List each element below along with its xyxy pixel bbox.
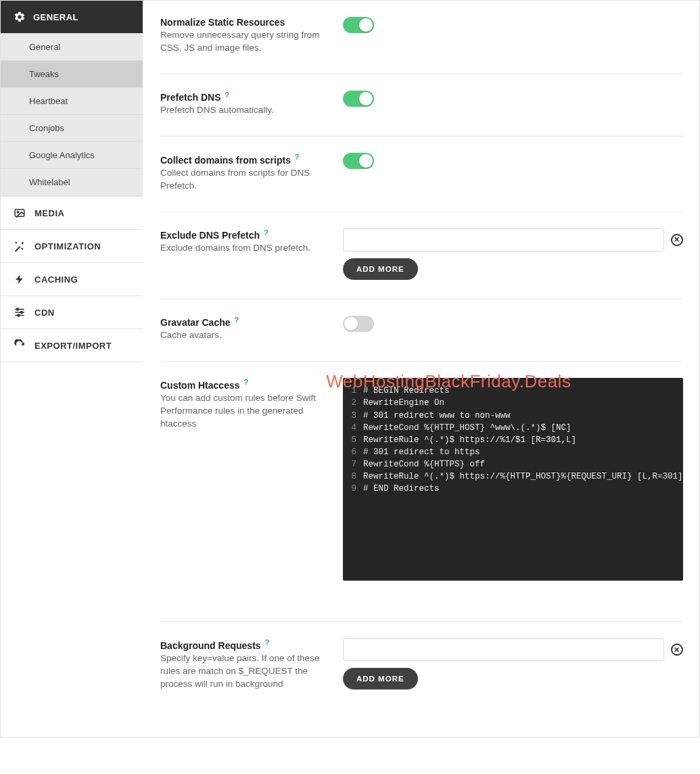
sidebar: GENERAL General Tweaks Heartbeat Cronjob… bbox=[1, 1, 143, 737]
code-line: 9# END Redirects bbox=[343, 483, 683, 495]
sidebar-section-label: MEDIA bbox=[34, 208, 64, 218]
setting-normalize: Normalize Static Resources Remove unnece… bbox=[160, 1, 683, 74]
code-line: 1# BEGIN Redirects bbox=[343, 385, 683, 397]
code-line: 8RewriteRule ^(.*)$ https://%{HTTP_HOST}… bbox=[343, 470, 683, 483]
background-input[interactable] bbox=[343, 638, 664, 661]
help-icon[interactable]: ? bbox=[295, 153, 300, 161]
add-more-button[interactable]: ADD MORE bbox=[343, 668, 418, 690]
exclude-input[interactable] bbox=[343, 228, 664, 251]
setting-desc: You can add custom rules before Swift Pe… bbox=[160, 392, 323, 431]
sidebar-section-label: CACHING bbox=[34, 274, 78, 285]
wand-icon bbox=[13, 239, 26, 253]
setting-desc: Exclude domains from DNS prefetch. bbox=[160, 242, 323, 255]
help-icon[interactable]: ? bbox=[264, 228, 269, 237]
sidebar-section-label: EXPORT/IMPORT bbox=[34, 341, 112, 351]
svg-point-5 bbox=[17, 308, 19, 310]
gear-icon bbox=[13, 10, 26, 24]
sidebar-section-optimization[interactable]: OPTIMIZATION bbox=[1, 229, 143, 262]
sidebar-subitems: General Tweaks Heartbeat Cronjobs Google… bbox=[1, 33, 143, 196]
setting-background: Background Requests ? Specify key=value … bbox=[160, 622, 683, 709]
sidebar-section-general[interactable]: GENERAL bbox=[1, 1, 143, 33]
setting-collect: Collect domains from scripts ? Collect d… bbox=[160, 137, 683, 212]
sidebar-section-caching[interactable]: CACHING bbox=[1, 262, 143, 295]
setting-title: Exclude DNS Prefetch bbox=[160, 230, 260, 241]
setting-title: Background Requests bbox=[160, 640, 261, 651]
sidebar-section-cdn[interactable]: CDN bbox=[1, 295, 143, 329]
sidebar-sub-tweaks[interactable]: Tweaks bbox=[1, 61, 143, 88]
toggle-gravatar[interactable] bbox=[343, 316, 374, 332]
setting-exclude: Exclude DNS Prefetch ? Exclude domains f… bbox=[160, 212, 683, 299]
code-line: 4RewriteCond %{HTTP_HOST} ^www\.(.*)$ [N… bbox=[343, 422, 683, 434]
sidebar-section-export-import[interactable]: EXPORT/IMPORT bbox=[1, 329, 143, 362]
code-line: 7RewriteCond %{HTTPS} off bbox=[343, 458, 683, 470]
sidebar-section-label: GENERAL bbox=[33, 12, 78, 22]
help-icon[interactable]: ? bbox=[264, 638, 269, 646]
sidebar-sub-general[interactable]: General bbox=[1, 34, 143, 61]
sliders-icon bbox=[13, 306, 26, 319]
code-line: 2RewriteEngine On bbox=[343, 397, 683, 409]
setting-desc: Remove unnecessary query string from CSS… bbox=[160, 29, 323, 55]
sidebar-sub-whitelabel[interactable]: Whitelabel bbox=[1, 169, 143, 195]
sidebar-sub-heartbeat[interactable]: Heartbeat bbox=[1, 88, 143, 115]
setting-prefetch: Prefetch DNS ? Prefetch DNS automaticall… bbox=[160, 74, 683, 137]
svg-point-7 bbox=[18, 314, 20, 316]
bolt-icon bbox=[13, 272, 26, 286]
svg-point-6 bbox=[21, 312, 23, 314]
main-panel: WebHostingBlackFriday.Deals Normalize St… bbox=[143, 1, 700, 737]
setting-desc: Cache avatars. bbox=[160, 329, 323, 342]
svg-point-1 bbox=[17, 211, 18, 212]
sidebar-sub-google-analytics[interactable]: Google Analytics bbox=[1, 142, 143, 169]
setting-gravatar: Gravatar Cache ? Cache avatars. bbox=[160, 299, 683, 362]
remove-button[interactable]: ✕ bbox=[671, 234, 683, 246]
setting-title: Normalize Static Resources bbox=[160, 17, 285, 28]
sidebar-section-label: OPTIMIZATION bbox=[34, 241, 101, 251]
refresh-icon bbox=[13, 339, 26, 352]
code-editor[interactable]: 1# BEGIN Redirects2RewriteEngine On3# 30… bbox=[343, 378, 683, 581]
help-icon[interactable]: ? bbox=[225, 91, 229, 99]
setting-htaccess: Custom Htaccess ? You can add custom rul… bbox=[160, 362, 683, 622]
setting-desc: Collect domains from scripts for DNS Pre… bbox=[160, 167, 323, 193]
help-icon[interactable]: ? bbox=[243, 378, 248, 386]
setting-title: Custom Htaccess bbox=[160, 380, 240, 391]
sidebar-section-label: CDN bbox=[34, 308, 55, 318]
setting-desc: Specify key=value pairs. If one of these… bbox=[160, 652, 323, 691]
sidebar-sub-cronjobs[interactable]: Cronjobs bbox=[1, 115, 143, 142]
toggle-prefetch[interactable] bbox=[343, 91, 374, 107]
setting-title: Gravatar Cache bbox=[160, 317, 231, 328]
setting-title: Collect domains from scripts bbox=[160, 155, 291, 166]
help-icon[interactable]: ? bbox=[234, 316, 239, 324]
add-more-button[interactable]: ADD MORE bbox=[343, 258, 418, 280]
remove-button[interactable]: ✕ bbox=[671, 644, 683, 656]
setting-title: Prefetch DNS bbox=[160, 92, 220, 103]
code-line: 3# 301 redirect www to non-www bbox=[343, 410, 683, 422]
code-line: 5RewriteRule ^(.*)$ https://%1/$1 [R=301… bbox=[343, 434, 683, 446]
toggle-collect[interactable] bbox=[343, 153, 374, 169]
setting-desc: Prefetch DNS automatically. bbox=[160, 104, 323, 117]
toggle-normalize[interactable] bbox=[343, 17, 374, 33]
image-icon bbox=[13, 206, 26, 220]
code-line: 6# 301 redirect to https bbox=[343, 446, 683, 458]
sidebar-section-media[interactable]: MEDIA bbox=[1, 196, 143, 229]
